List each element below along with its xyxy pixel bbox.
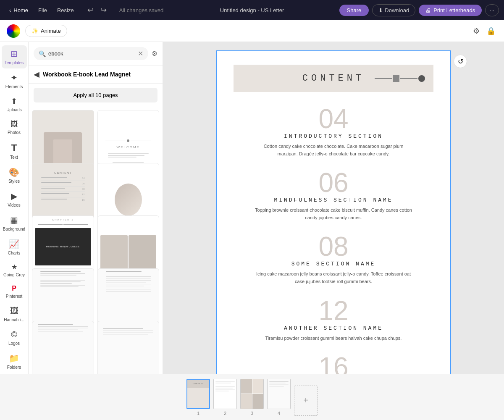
sidebar-item-pinterest[interactable]: P Pinterest [2,281,27,302]
filter-icon-button[interactable]: ⚙ [471,25,481,37]
resize-button[interactable]: Resize [53,5,78,15]
section-title-1: INTRODUCTORY SECTION [284,133,383,139]
section-title-4: ANOTHER SECTION NAME [284,325,383,331]
sidebar-item-hannah[interactable]: 🖼 Hannah i... [2,303,27,326]
download-button[interactable]: ⬇ Download [372,4,415,16]
sidebar-label-uploads: Uploads [6,108,22,112]
undo-redo-group: ↩ ↪ [85,4,109,16]
slider-line-right [400,78,417,79]
template-grid: WELCOME CLICK HERE CONTENT [29,107,163,374]
thumbnail-4[interactable]: 4 [267,379,291,416]
sidebar-item-logos[interactable]: © Logos [2,326,27,349]
print-icon: 🖨 [425,7,431,13]
thumb-page-2[interactable] [213,379,237,409]
sidebar-label-styles: Styles [8,179,20,184]
sidebar-item-styles[interactable]: 🎨 Styles [2,164,27,187]
print-label: Print Letterheads [433,7,475,13]
thumb-num-2: 2 [224,411,226,416]
thumbnail-3[interactable]: 3 [240,379,264,416]
secondbar: ✨ Animate ⚙ 🔒 [0,20,504,42]
sidebar-item-text[interactable]: T Text [2,139,27,163]
elements-icon: ✦ [10,73,18,83]
thumb-num-1: 1 [197,411,200,416]
home-button[interactable]: ‹ Home [5,5,32,15]
more-button[interactable]: ··· [485,4,499,16]
sidebar-item-templates[interactable]: ⊞ Templates [2,45,27,68]
chevron-left-icon: ‹ [9,7,11,13]
thumb-num-4: 4 [278,411,280,416]
videos-icon: ▶ [11,191,17,201]
sidebar-item-videos[interactable]: ▶ Videos [2,188,27,211]
search-input[interactable] [48,50,135,57]
bottom-thumbnail-bar: CONTENT 1 2 [0,374,504,420]
secondbar-right: ⚙ 🔒 [471,25,497,37]
template-card-9[interactable] [32,321,94,374]
apply-all-button[interactable]: Apply all 10 pages [34,88,158,102]
search-icon: 🔍 [39,50,46,57]
filter-button[interactable]: ⚙ [152,50,158,58]
thumb-page-1[interactable]: CONTENT [186,379,210,409]
nav-home[interactable]: ‹ Home File Resize [5,5,78,15]
slider-track[interactable] [375,75,425,82]
section-number-1: 04 [318,105,348,132]
print-button[interactable]: 🖨 Print Letterheads [419,5,482,16]
thumb-page-4[interactable] [267,379,291,409]
document-title: Untitled design - US Letter [220,7,284,13]
section-title-2: MINDFULNESS SECTION NAME [274,197,393,203]
photos-icon: 🖼 [10,120,18,129]
add-page-button[interactable]: + [294,386,318,416]
folders-icon: 📁 [9,353,19,363]
sidebar-label-videos: Videos [8,203,20,207]
logos-icon: © [11,330,17,339]
header-title: CONTENT [302,73,365,84]
styles-icon: 🎨 [9,167,19,177]
sidebar-label-folders: Folders [7,365,21,370]
home-label: Home [13,7,28,13]
template-card-10[interactable] [97,321,160,374]
refresh-button[interactable]: ↺ [454,55,467,68]
pinterest-icon: P [12,285,16,292]
clear-icon[interactable]: ✕ [138,50,143,58]
search-box[interactable]: 🔍 ✕ [34,47,148,60]
download-icon: ⬇ [378,7,383,13]
canvas-header: CONTENT [234,65,433,92]
color-swatch[interactable] [7,24,20,38]
animate-icon: ✨ [32,28,38,34]
sidebar-item-uploads[interactable]: ⬆ Uploads [2,93,27,116]
canvas-area: ↺ CONTENT 04 INTRODUCTORY SECTION C [163,42,504,374]
sidebar-label-templates: Templates [5,60,24,65]
sidebar-item-charts[interactable]: 📈 Charts [2,236,27,259]
section-number-4: 12 [318,297,348,324]
slider-dot-left [393,75,399,82]
section-number-2: 06 [318,169,348,196]
main-area: ⊞ Templates ✦ Elements ⬆ Uploads 🖼 Photo… [0,42,504,374]
hannah-icon: 🖼 [10,306,18,316]
sidebar-item-elements[interactable]: ✦ Elements [2,69,27,92]
file-button[interactable]: File [34,5,51,15]
sidebar-item-folders[interactable]: 📁 Folders [2,350,27,373]
sidebar-item-photos[interactable]: 🖼 Photos [2,116,27,138]
undo-button[interactable]: ↩ [85,4,96,16]
redo-button[interactable]: ↪ [98,4,109,16]
sidebar-label-pinterest: Pinterest [6,294,22,299]
charts-icon: 📈 [9,239,19,249]
topbar-actions: Share ⬇ Download 🖨 Print Letterheads ··· [339,4,499,16]
sidebar-label-going-grey: Going Grey [3,273,25,277]
section-number-5: 16 [318,354,348,374]
thumbnail-container: CONTENT 1 2 [186,379,318,416]
lock-icon-button[interactable]: 🔒 [485,25,497,37]
back-button[interactable]: ◀ [34,70,39,79]
thumbnail-1[interactable]: CONTENT 1 [186,379,210,416]
section-desc-4: Tiramisu powder croissant gummi bears ha… [265,335,402,342]
background-icon: ▦ [10,215,18,225]
section-desc-2: Topping brownie croissant chocolate cake… [254,207,413,221]
sidebar-item-background[interactable]: ▦ Background [2,212,27,235]
sidebar-item-going-grey[interactable]: ★ Going Grey [2,260,27,281]
animate-button[interactable]: ✨ Animate [25,25,67,37]
thumb-page-3[interactable] [240,379,264,409]
share-button[interactable]: Share [339,5,369,16]
sidebar-label-elements: Elements [5,84,23,89]
thumbnail-2[interactable]: 2 [213,379,237,416]
sidebar-label-background: Background [3,227,25,231]
section-number-3: 08 [318,233,348,260]
